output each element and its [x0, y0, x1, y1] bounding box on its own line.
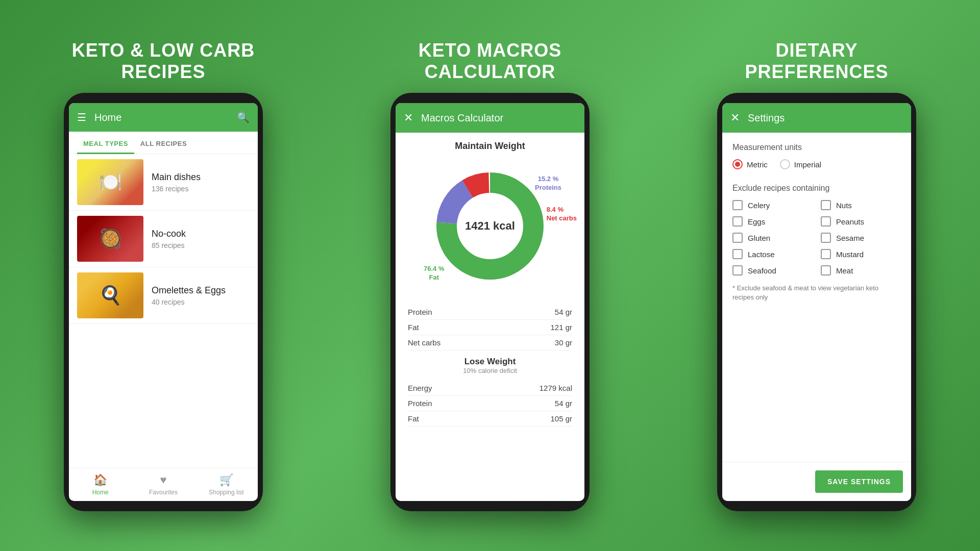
checkbox-peanuts-label: Peanuts [836, 217, 864, 226]
carbs-percent: 8.4 % [547, 206, 564, 213]
radio-imperial-label: Imperial [794, 160, 821, 169]
tab-all-recipes[interactable]: ALL RECIPES [134, 132, 193, 154]
search-icon[interactable]: 🔍 [237, 111, 250, 123]
recipe-name-main: Main dishes [152, 172, 250, 183]
checkbox-mustard-box[interactable] [821, 249, 831, 259]
radio-imperial-circle[interactable] [780, 159, 790, 169]
donut-center: 1421 kcal [465, 219, 515, 233]
nav-favourites[interactable]: ♥ Favourites [132, 473, 194, 496]
checkbox-gluten[interactable]: Gluten [732, 233, 813, 243]
recipe-count-omelette: 40 recipes [152, 298, 250, 306]
phone-1: ☰ Home 🔍 MEAL TYPES ALL RECIPES Main dis… [64, 93, 263, 511]
checkbox-sesame[interactable]: Sesame [821, 233, 901, 243]
checkbox-mustard-label: Mustard [836, 250, 864, 259]
exclude-title: Exclude recipes containing [732, 184, 901, 193]
checkbox-lactose-label: Lactose [748, 250, 775, 259]
macro-label-carbs: Net carbs [408, 338, 440, 347]
checkbox-eggs-label: Eggs [748, 217, 765, 226]
checkbox-lactose[interactable]: Lactose [732, 249, 813, 259]
recipe-thumb-main [77, 159, 143, 205]
settings-body: Measurement units Metric Imperial Exclud… [722, 133, 911, 462]
recipe-info-omelette: Omelettes & Eggs 40 recipes [152, 285, 250, 306]
checkbox-nuts-box[interactable] [821, 200, 831, 210]
protein-percent: 15.2 % [538, 175, 558, 183]
bottom-nav: 🏠 Home ♥ Favourites 🛒 Shopping list [69, 468, 258, 501]
recipe-info-nocook: No-cook 85 recipes [152, 229, 250, 249]
lw-value-fat: 105 gr [550, 414, 572, 423]
checkbox-meat-box[interactable] [821, 265, 831, 276]
recipe-info-main: Main dishes 136 recipes [152, 172, 250, 193]
section-title-2: KETO MACROS CALCULATOR [375, 40, 605, 83]
close-icon-settings[interactable]: ✕ [730, 111, 740, 124]
checkbox-celery[interactable]: Celery [732, 200, 813, 210]
recipe-item-omelette[interactable]: Omelettes & Eggs 40 recipes [69, 267, 258, 324]
checkbox-sesame-label: Sesame [836, 234, 864, 242]
lw-label-fat: Fat [408, 414, 419, 423]
lose-weight-table: Energy 1279 kcal Protein 54 gr Fat 105 g… [396, 381, 584, 427]
checkbox-sesame-box[interactable] [821, 233, 831, 243]
settings-header: ✕ Settings [722, 103, 911, 133]
radio-metric-circle[interactable] [732, 159, 743, 169]
nav-home[interactable]: 🏠 Home [69, 473, 132, 496]
radio-metric-label: Metric [747, 160, 768, 169]
checkbox-mustard[interactable]: Mustard [821, 249, 901, 259]
close-icon-calc[interactable]: ✕ [404, 111, 413, 124]
hamburger-icon[interactable]: ☰ [77, 111, 86, 123]
section-title-3: DIETARY PREFERENCES [702, 40, 932, 83]
phone-1-wrapper: KETO & LOW CARB RECIPES ☰ Home 🔍 MEAL TY… [48, 40, 278, 511]
carbs-label: 8.4 % Net carbs [547, 206, 577, 223]
radio-metric[interactable]: Metric [732, 159, 768, 169]
fat-text: Fat [429, 273, 439, 281]
macros-table: Protein 54 gr Fat 121 gr Net carbs 30 gr [396, 305, 584, 350]
nav-shopping-label: Shopping list [209, 489, 244, 496]
checkbox-peanuts-box[interactable] [821, 216, 831, 227]
phone-2-screen: ✕ Macros Calculator Maintain Weight [396, 103, 584, 501]
calc-header: ✕ Macros Calculator [396, 103, 584, 133]
checkbox-gluten-label: Gluten [748, 234, 770, 242]
checkbox-nuts[interactable]: Nuts [821, 200, 901, 210]
fat-percent: 76.4 % [424, 265, 444, 272]
chart-title: Maintain Weight [455, 141, 525, 152]
checkbox-peanuts[interactable]: Peanuts [821, 216, 901, 227]
checkbox-nuts-label: Nuts [836, 201, 852, 210]
fat-label: 76.4 % Fat [424, 265, 444, 282]
recipe-item-nocook[interactable]: No-cook 85 recipes [69, 211, 258, 267]
lw-value-protein: 54 gr [555, 399, 572, 408]
phone-3: ✕ Settings Measurement units Metric Impe… [717, 93, 916, 511]
protein-label: 15.2 % Proteins [535, 175, 561, 192]
recipe-name-nocook: No-cook [152, 229, 250, 239]
tab-meal-types[interactable]: MEAL TYPES [77, 132, 134, 154]
radio-imperial[interactable]: Imperial [780, 159, 821, 169]
macro-value-protein: 54 gr [555, 308, 572, 316]
phone-2: ✕ Macros Calculator Maintain Weight [390, 93, 590, 511]
checkbox-celery-label: Celery [748, 201, 770, 210]
checkbox-eggs-box[interactable] [732, 216, 743, 227]
checkbox-seafood-label: Seafood [748, 266, 776, 275]
radio-group: Metric Imperial [732, 159, 901, 169]
recipe-item-main[interactable]: Main dishes 136 recipes [69, 154, 258, 211]
settings-title: Settings [748, 112, 785, 124]
carbs-text: Net carbs [547, 214, 577, 222]
checkbox-seafood-box[interactable] [732, 265, 743, 276]
donut-chart: 1421 kcal 15.2 % Proteins 8.4 % Net carb… [424, 160, 556, 292]
recipe-count-main: 136 recipes [152, 185, 250, 193]
macro-label-protein: Protein [408, 308, 432, 316]
recipe-list: Main dishes 136 recipes No-cook 85 recip… [69, 154, 258, 468]
checkbox-gluten-box[interactable] [732, 233, 743, 243]
phone-1-screen: ☰ Home 🔍 MEAL TYPES ALL RECIPES Main dis… [69, 103, 258, 501]
phone-3-wrapper: DIETARY PREFERENCES ✕ Settings Measureme… [702, 40, 932, 511]
checkbox-seafood[interactable]: Seafood [732, 265, 813, 276]
lose-weight-section: Lose Weight 10% calorie deficit [396, 350, 584, 377]
save-settings-button[interactable]: SAVE SETTINGS [815, 470, 903, 493]
checkbox-celery-box[interactable] [732, 200, 743, 210]
checkbox-meat[interactable]: Meat [821, 265, 901, 276]
protein-text: Proteins [535, 184, 561, 191]
cart-icon: 🛒 [219, 473, 233, 487]
recipe-thumb-omelette [77, 272, 143, 318]
checkbox-grid: Celery Nuts Eggs Peanuts [732, 200, 901, 276]
nav-shopping[interactable]: 🛒 Shopping list [195, 473, 258, 496]
checkbox-lactose-box[interactable] [732, 249, 743, 259]
checkbox-eggs[interactable]: Eggs [732, 216, 813, 227]
kcal-value: 1421 kcal [465, 219, 515, 233]
section-title-1: KETO & LOW CARB RECIPES [48, 40, 278, 83]
